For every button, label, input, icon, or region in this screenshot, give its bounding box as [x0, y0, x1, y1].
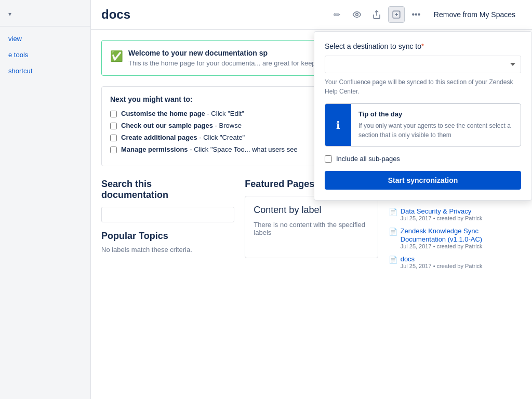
recently-meta-3: Jul 25, 2017 • created by Patrick — [401, 263, 483, 269]
step4-bold: Manage permissions — [121, 145, 188, 153]
step-checkbox-2[interactable] — [110, 123, 117, 129]
step3-bold: Create additional pages — [121, 134, 197, 141]
page-title: docs — [101, 7, 130, 22]
header-actions: ✏ ••• Remove fr — [329, 6, 522, 23]
remove-from-spaces-button[interactable]: Remove from My Spaces — [428, 7, 522, 22]
search-input[interactable] — [101, 207, 234, 222]
recently-link-3[interactable]: docs — [401, 255, 415, 263]
sidebar-item-view[interactable]: view — [0, 31, 90, 47]
view-button[interactable] — [349, 6, 365, 23]
start-sync-button[interactable]: Start syncronization — [325, 171, 521, 190]
sync-description: Your Confluence page will be synced to t… — [325, 77, 521, 96]
step-checkbox-4[interactable] — [110, 147, 117, 153]
include-subpages-row: Include all sub-pages — [325, 155, 521, 163]
recently-link-1[interactable]: Data Security & Privacy — [401, 207, 472, 215]
check-circle-icon: ✅ — [110, 50, 123, 62]
main-content: docs ✏ ••• — [91, 0, 532, 399]
step2-rest: - Browse — [213, 122, 242, 129]
step1-bold: Customise the home page — [121, 110, 205, 117]
include-subpages-label: Include all sub-pages — [336, 155, 400, 163]
required-marker: * — [421, 42, 424, 50]
tip-title: Tip of the day — [358, 110, 513, 118]
sync-button[interactable] — [388, 6, 405, 23]
edit-button[interactable]: ✏ — [329, 6, 345, 23]
step3-rest: - Click "Create" — [197, 134, 245, 141]
sync-panel-title: Select a destination to sync to* — [325, 42, 521, 50]
destination-select[interactable] — [325, 56, 521, 73]
sync-panel: Select a destination to sync to* Your Co… — [314, 31, 532, 201]
sidebar-divider — [0, 26, 90, 26]
recently-meta-1: Jul 25, 2017 • created by Patrick — [401, 215, 483, 221]
recently-link-2[interactable]: Zendesk Knowledge Sync Documentation (v1… — [401, 227, 483, 243]
content-by-label-title: Content by label — [254, 205, 369, 216]
list-item: 📄 Zendesk Knowledge Sync Documentation (… — [389, 227, 522, 249]
svg-point-0 — [356, 14, 358, 16]
step1-rest: - Click "Edit" — [205, 110, 244, 117]
page-icon: 📄 — [389, 256, 397, 264]
info-icon: ℹ — [336, 119, 340, 131]
no-labels-text: No labels match these criteria. — [101, 246, 234, 254]
sidebar-item-shortcut[interactable]: shortcut — [0, 63, 90, 79]
sidebar-chevron[interactable]: ▾ — [0, 6, 90, 22]
tip-content: Tip of the day If you only want your age… — [351, 104, 521, 146]
include-subpages-checkbox[interactable] — [325, 155, 332, 163]
list-item: 📄 docs Jul 25, 2017 • created by Patrick — [389, 255, 522, 269]
search-title: Search thisdocumentation — [101, 179, 234, 201]
more-button[interactable]: ••• — [408, 6, 424, 23]
step-checkbox-1[interactable] — [110, 111, 117, 117]
tip-sidebar: ℹ — [325, 104, 351, 146]
page-icon: 📄 — [389, 208, 397, 216]
popular-topics-title: Popular Topics — [101, 231, 234, 242]
step4-rest: - Click "Space Too... what users see — [188, 145, 298, 153]
recently-meta-2: Jul 25, 2017 • created by Patrick — [401, 243, 522, 249]
tip-box: ℹ Tip of the day If you only want your a… — [325, 103, 521, 147]
page-header: docs ✏ ••• — [91, 0, 532, 30]
search-column: Search thisdocumentation Popular Topics … — [101, 179, 234, 274]
step2-bold: Check out our sample pages — [121, 122, 213, 129]
tip-text: If you only want your agents to see the … — [358, 121, 513, 140]
share-button[interactable] — [368, 6, 385, 23]
featured-box-text: There is no content with the specified l… — [254, 221, 369, 236]
sidebar-item-s[interactable]: e tools — [0, 47, 90, 63]
featured-box: Content by label There is no content wit… — [245, 196, 378, 258]
sidebar: ▾ view e tools shortcut — [0, 0, 91, 399]
step-checkbox-3[interactable] — [110, 135, 117, 141]
list-item: 📄 Data Security & Privacy Jul 25, 2017 •… — [389, 207, 522, 221]
page-icon: 📄 — [389, 228, 397, 236]
